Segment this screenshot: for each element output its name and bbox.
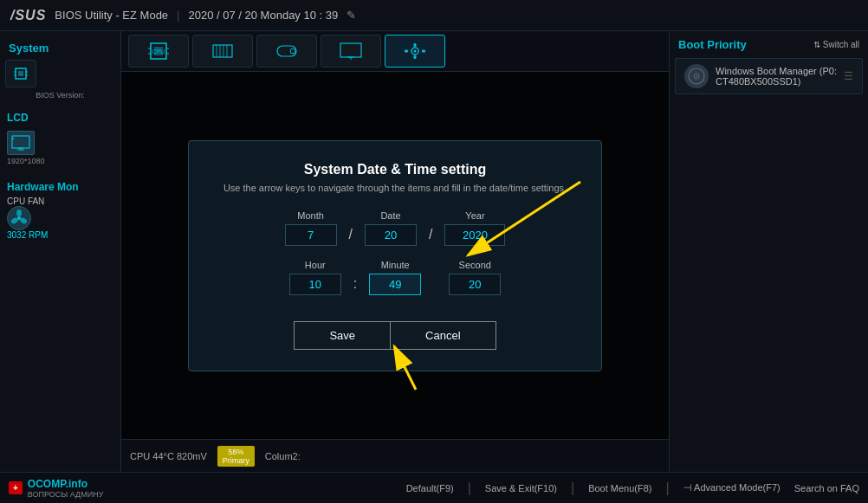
status-bar: + OCOMP.info ВОПРОСЫ АДМИНУ Default(F9) …	[0, 472, 868, 503]
status-right: Default(F9) | Save & Exit(F10) | Boot Me…	[406, 480, 859, 496]
svg-point-33	[414, 50, 417, 53]
svg-rect-27	[277, 46, 296, 56]
datetime-dialog: System Date & Time setting Use the arrow…	[188, 140, 602, 371]
hour-input[interactable]	[289, 274, 341, 295]
advanced-mode-f7[interactable]: ⊣ Advanced Mode(F7)	[683, 482, 781, 493]
boot-priority-title: Boot Priority	[678, 38, 747, 51]
svg-point-12	[16, 210, 22, 216]
tab-cpu-main[interactable]: CPU	[128, 35, 189, 68]
bios-screen: /SUS BIOS Utility - EZ Mode | 2020 / 07 …	[0, 0, 868, 503]
svg-rect-36	[405, 50, 408, 53]
tab-memory[interactable]	[192, 35, 253, 68]
minute-input[interactable]	[369, 274, 421, 295]
dialog-overlay: System Date & Time setting Use the arrow…	[121, 72, 669, 439]
dialog-title: System Date & Time setting	[223, 162, 567, 177]
separator: |	[177, 9, 179, 22]
hour-group: Hour	[289, 260, 341, 295]
ocomp-sub: ВОПРОСЫ АДМИНУ	[28, 490, 104, 499]
dialog-buttons: Save Cancel	[223, 321, 567, 350]
month-group: Month	[285, 210, 337, 246]
svg-point-43	[696, 75, 697, 77]
asus-logo: /SUS	[10, 8, 46, 23]
ocomp-logo: +	[9, 481, 23, 494]
primary-badge: 58% Primary	[217, 446, 255, 467]
search-faq[interactable]: Search on FAQ	[794, 483, 859, 493]
year-input[interactable]	[444, 224, 505, 246]
lcd-resolution: 1920*1080	[7, 157, 45, 165]
svg-rect-37	[422, 50, 425, 53]
month-label: Month	[297, 210, 324, 221]
svg-rect-22	[213, 45, 232, 57]
date-group: Date	[365, 210, 417, 246]
cancel-button[interactable]: Cancel	[391, 321, 496, 350]
svg-point-11	[17, 216, 21, 220]
svg-rect-1	[18, 71, 23, 76]
switch-all-button[interactable]: ⇅ Switch all	[813, 40, 859, 49]
right-panel: Boot Priority ⇅ Switch all Windows Boot …	[669, 31, 868, 472]
sidebar: System BIOS Version: LCD 1920*1080	[0, 31, 121, 472]
column2-label: Colum2:	[265, 451, 301, 461]
second-input[interactable]	[449, 274, 501, 295]
date-sep1: /	[347, 227, 354, 246]
boot-item[interactable]: Windows Boot Manager (P0: CT480BX500SSD1…	[675, 58, 863, 94]
bios-title: BIOS Utility - EZ Mode	[55, 9, 168, 22]
center-main: System Date & Time setting Use the arrow…	[121, 72, 669, 439]
cpu-fan-label: CPU FAN	[7, 197, 48, 206]
tab-settings[interactable]	[385, 35, 445, 68]
svg-rect-35	[414, 55, 417, 59]
year-label: Year	[465, 210, 484, 221]
save-exit-f10[interactable]: Save & Exit(F10)	[485, 483, 557, 493]
second-group: Second	[449, 260, 501, 295]
system-section-title: System	[0, 38, 120, 60]
date-sep2: /	[427, 227, 434, 246]
date-input[interactable]	[365, 224, 417, 246]
cpu-info: CPU 44°C 820mV	[130, 451, 207, 461]
save-button[interactable]: Save	[294, 321, 391, 350]
second-label: Second	[459, 260, 491, 270]
ocomp-info: OCOMP.info ВОПРОСЫ АДМИНУ	[28, 478, 104, 499]
fan-icon	[7, 206, 31, 230]
content-row: System BIOS Version: LCD 1920*1080	[0, 31, 868, 472]
time-row: Hour : Minute Second	[223, 260, 567, 295]
boot-menu-icon: ☰	[844, 70, 853, 82]
boot-priority-header: Boot Priority ⇅ Switch all	[670, 36, 868, 55]
dialog-subtitle: Use the arrow keys to navigate through t…	[223, 183, 567, 193]
hour-label: Hour	[305, 260, 326, 270]
tab-display[interactable]	[321, 35, 381, 68]
svg-rect-29	[340, 43, 361, 57]
date-label: Date	[380, 210, 400, 221]
time-sep1: :	[352, 276, 359, 295]
tab-cpu[interactable]	[5, 60, 36, 87]
hw-monitor-title: Hardware Mon	[7, 181, 113, 193]
hw-monitor-section: Hardware Mon CPU FAN 3032 RPM	[0, 177, 120, 243]
lcd-icon	[7, 131, 35, 155]
date-row: Month / Date / Year	[223, 210, 567, 246]
month-input[interactable]	[285, 224, 337, 246]
minute-group: Minute	[369, 260, 421, 295]
bios-version-label: BIOS Version:	[5, 91, 115, 100]
boot-disk-icon	[684, 64, 709, 88]
ocomp-site: OCOMP.info	[28, 478, 104, 490]
system-tabs: CPU	[121, 31, 669, 72]
svg-rect-34	[414, 43, 417, 47]
edit-icon[interactable]: ✎	[347, 9, 356, 22]
minute-label: Minute	[381, 260, 410, 270]
cpu-fan-item: CPU FAN 3032 RPM	[7, 197, 113, 240]
boot-item-text: Windows Boot Manager (P0: CT480BX500SSD1…	[716, 66, 837, 87]
svg-point-28	[290, 48, 295, 54]
svg-rect-6	[12, 136, 29, 148]
status-left: + OCOMP.info ВОПРОСЫ АДМИНУ	[9, 478, 103, 499]
fan-rpm: 3032 RPM	[7, 230, 48, 240]
tab-storage[interactable]	[256, 35, 317, 68]
header-datetime: 2020 / 07 / 20 Monday 10 : 39	[188, 9, 338, 22]
center-footer: CPU 44°C 820mV 58% Primary Colum2:	[121, 439, 669, 472]
lcd-section: LCD 1920*1080	[0, 108, 120, 169]
boot-menu-f8[interactable]: Boot Menu(F8)	[588, 483, 651, 493]
default-f9[interactable]: Default(F9)	[406, 483, 454, 493]
center-column: CPU	[121, 31, 669, 472]
svg-text:CPU: CPU	[152, 48, 165, 55]
time-sep2	[431, 292, 438, 295]
lcd-title: LCD	[7, 112, 113, 124]
top-bar: /SUS BIOS Utility - EZ Mode | 2020 / 07 …	[0, 0, 868, 31]
year-group: Year	[444, 210, 505, 246]
